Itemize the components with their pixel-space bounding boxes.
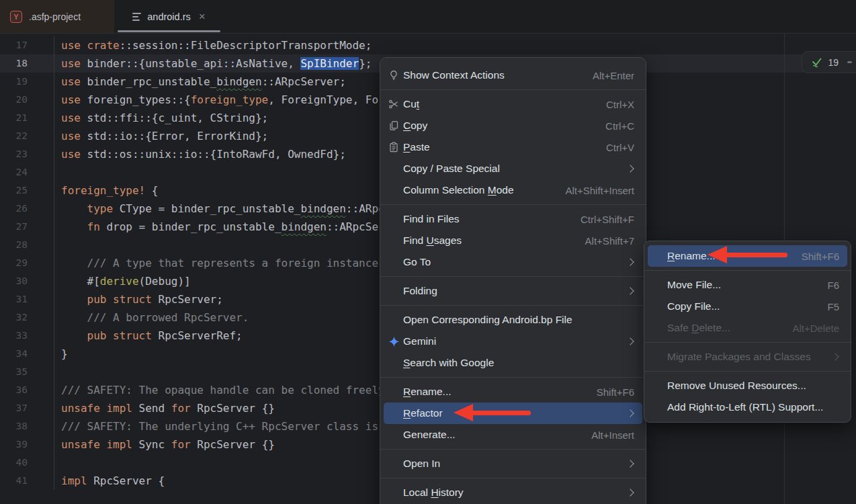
line-number: 41 xyxy=(0,472,54,490)
project-tab[interactable]: Y .asfp-project xyxy=(0,0,114,33)
menu-item-label: Paste xyxy=(403,141,430,153)
menu-item-local-history[interactable]: Local History xyxy=(384,482,642,503)
line-number: 18 xyxy=(0,54,54,73)
tab-close-icon[interactable]: × xyxy=(199,11,206,22)
menu-separator xyxy=(380,449,646,450)
tab-bar: Y .asfp-project android.rs × xyxy=(0,0,856,34)
menu-separator xyxy=(380,377,646,378)
active-tab-indicator xyxy=(118,30,220,32)
menu-item-copy-file[interactable]: Copy File...F5 xyxy=(648,296,847,317)
file-tab-label: android.rs xyxy=(147,11,190,22)
menu-item-label: Find in Files xyxy=(403,213,460,225)
code-line-17[interactable]: 17use crate::session::FileDescriptorTran… xyxy=(0,36,856,54)
menu-item-label: Migrate Packages and Classes xyxy=(667,351,811,363)
line-number: 35 xyxy=(0,363,54,381)
submenu-chevron-icon xyxy=(626,287,634,294)
line-number: 23 xyxy=(0,145,54,163)
submenu-chevron-icon xyxy=(831,353,839,360)
editor-context-menu: Show Context ActionsAlt+EnterCutCtrl+XCo… xyxy=(380,57,646,504)
menu-item-cut[interactable]: CutCtrl+X xyxy=(384,93,642,115)
inspections-check-icon xyxy=(810,56,823,69)
menu-item-label: Copy / Paste Special xyxy=(403,163,500,175)
project-logo-icon: Y xyxy=(10,11,22,23)
code-text[interactable]: use crate::session::FileDescriptorTransp… xyxy=(54,36,856,54)
menu-item-label: Rename... xyxy=(403,386,452,398)
menu-separator xyxy=(644,342,851,343)
menu-item-shortcut: Alt+Enter xyxy=(593,70,634,81)
menu-item-copy[interactable]: CopyCtrl+C xyxy=(384,115,642,136)
paste-icon xyxy=(388,142,403,153)
clipped-widget-icon xyxy=(847,61,852,63)
menu-item-go-to[interactable]: Go To xyxy=(384,251,642,273)
tab-android-rs[interactable]: android.rs × xyxy=(118,0,220,33)
menu-item-open-in[interactable]: Open In xyxy=(384,453,642,474)
line-number: 28 xyxy=(0,236,54,254)
menu-item-show-context-actions[interactable]: Show Context ActionsAlt+Enter xyxy=(384,65,642,86)
submenu-chevron-icon xyxy=(626,337,634,345)
menu-item-label: Generate... xyxy=(403,429,456,441)
copy-icon xyxy=(388,120,403,131)
menu-separator xyxy=(644,371,851,372)
menu-item-folding[interactable]: Folding xyxy=(384,280,642,302)
menu-item-label: Local History xyxy=(403,487,464,499)
menu-item-generate[interactable]: Generate...Alt+Insert xyxy=(384,424,642,446)
file-type-icon xyxy=(132,13,141,21)
menu-item-label: Folding xyxy=(403,285,437,297)
menu-item-copy-paste-special[interactable]: Copy / Paste Special xyxy=(384,158,642,179)
menu-item-label: Find Usages xyxy=(403,235,462,247)
arrow-points-to-refactor-item xyxy=(454,404,531,421)
submenu-chevron-icon xyxy=(626,258,634,265)
menu-item-open-corresponding-android-bp-file[interactable]: Open Corresponding Android.bp File xyxy=(384,309,642,331)
line-number: 32 xyxy=(0,308,54,327)
menu-item-shortcut: Ctrl+Shift+F xyxy=(581,214,634,225)
menu-separator xyxy=(380,89,646,90)
menu-item-add-right-to-left-rtl-support[interactable]: Add Right-to-Left (RTL) Support... xyxy=(648,396,847,418)
menu-item-label: Go To xyxy=(403,256,431,268)
menu-item-shortcut: Shift+F6 xyxy=(802,251,839,262)
menu-item-gemini[interactable]: Gemini xyxy=(384,331,642,352)
scissors-icon xyxy=(388,99,403,110)
menu-item-find-usages[interactable]: Find UsagesAlt+Shift+7 xyxy=(384,230,642,251)
line-number: 37 xyxy=(0,399,54,417)
selected-text[interactable]: SpIBinder xyxy=(300,57,359,70)
menu-item-label: Cut xyxy=(403,98,419,110)
line-number: 19 xyxy=(0,73,54,91)
menu-item-label: Copy xyxy=(403,120,427,132)
menu-item-rename[interactable]: Rename...Shift+F6 xyxy=(384,381,642,403)
menu-item-shortcut: Ctrl+C xyxy=(605,120,634,132)
menu-item-move-file[interactable]: Move File...F6 xyxy=(648,274,847,296)
line-number: 17 xyxy=(0,36,54,54)
menu-separator xyxy=(380,478,646,478)
menu-item-shortcut: F6 xyxy=(827,280,839,291)
menu-separator xyxy=(644,270,851,271)
menu-separator xyxy=(380,276,646,277)
line-number: 33 xyxy=(0,327,54,345)
line-number: 29 xyxy=(0,254,54,272)
line-number: 22 xyxy=(0,127,54,145)
gemini-icon xyxy=(388,336,403,347)
menu-item-search-with-google[interactable]: Search with Google xyxy=(384,352,642,374)
menu-item-shortcut: Alt+Shift+Insert xyxy=(565,185,634,196)
submenu-chevron-icon xyxy=(626,489,634,496)
menu-item-shortcut: Alt+Insert xyxy=(591,429,634,441)
menu-item-find-in-files[interactable]: Find in FilesCtrl+Shift+F xyxy=(384,208,642,230)
submenu-chevron-icon xyxy=(626,460,634,467)
inspections-count: 19 xyxy=(828,57,839,68)
line-number: 30 xyxy=(0,272,54,290)
menu-item-column-selection-mode[interactable]: Column Selection ModeAlt+Shift+Insert xyxy=(384,179,642,201)
menu-item-label: Column Selection Mode xyxy=(403,184,514,196)
menu-item-migrate-packages-and-classes[interactable]: Migrate Packages and Classes xyxy=(648,346,847,368)
menu-item-paste[interactable]: PasteCtrl+V xyxy=(384,136,642,158)
arrow-points-to-rename-item xyxy=(708,246,787,263)
inspections-widget[interactable]: 19 xyxy=(802,51,856,73)
menu-item-remove-unused-resources[interactable]: Remove Unused Resources... xyxy=(648,375,847,396)
menu-item-shortcut: Alt+Shift+7 xyxy=(585,235,634,247)
line-number: 20 xyxy=(0,91,54,109)
line-number: 39 xyxy=(0,435,54,454)
menu-item-label: Add Right-to-Left (RTL) Support... xyxy=(667,401,823,413)
menu-item-shortcut: Shift+F6 xyxy=(597,386,634,398)
menu-item-label: Search with Google xyxy=(403,357,494,369)
menu-item-label: Gemini xyxy=(403,335,436,347)
line-number: 26 xyxy=(0,200,54,218)
menu-item-safe-delete[interactable]: Safe Delete...Alt+Delete xyxy=(648,317,847,339)
